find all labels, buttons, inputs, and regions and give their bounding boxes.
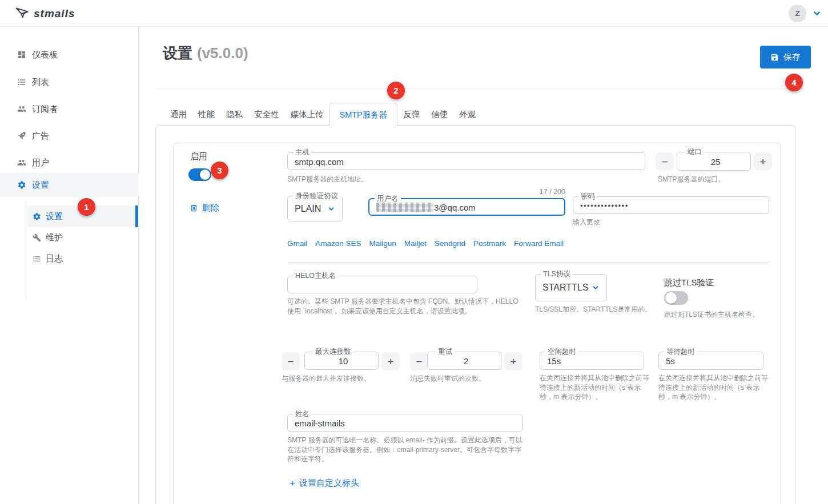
wait-timeout-label: 等待超时 (664, 348, 697, 356)
host-value: smtp.qq.com (295, 156, 641, 166)
avatar[interactable]: Z (789, 5, 806, 22)
wait-timeout-value: 5s (666, 356, 759, 366)
auth-protocol-select[interactable]: 身份验证协议 PLAIN (287, 196, 343, 221)
step-badge-2: 2 (387, 82, 405, 99)
subscribers-icon (17, 104, 26, 114)
save-icon (770, 53, 779, 62)
tls-label: TLS协议 (541, 270, 573, 279)
title-divider (155, 88, 805, 89)
users-icon (17, 158, 26, 167)
server-name-label: 姓名 (293, 410, 312, 418)
sidebar-item-label: 广告 (32, 131, 49, 142)
page-title: 设置(v5.0.0) (163, 43, 248, 63)
sidebar-item-lists[interactable]: 列表 (0, 75, 139, 89)
enable-toggle[interactable] (188, 168, 211, 181)
delete-label: 删除 (202, 203, 219, 213)
save-button-label: 保存 (783, 52, 801, 63)
wait-timeout-field[interactable]: 等待超时 5s (658, 352, 763, 370)
retries-decrement-button[interactable]: − (410, 352, 428, 370)
rocket-icon (17, 131, 26, 140)
retries-label: 重试 (436, 348, 455, 356)
link-amazon-ses[interactable]: Amazon SES (315, 239, 361, 248)
retries-increment-button[interactable]: + (504, 352, 522, 370)
step-badge-3: 3 (211, 162, 228, 179)
sidebar-item-campaigns[interactable]: 广告 (0, 129, 139, 143)
link-mailjet[interactable]: Mailjet (404, 239, 427, 248)
retries-field[interactable]: 重试 2 (427, 352, 501, 370)
idle-timeout-label: 空闲超时 (545, 348, 578, 356)
chevron-down-icon[interactable] (812, 9, 822, 21)
idle-timeout-field[interactable]: 空闲超时 15s (540, 352, 644, 370)
sidebar-subitem-logs[interactable]: 日志 (27, 248, 139, 269)
delete-button[interactable]: 删除 (190, 203, 219, 213)
auth-protocol-value: PLAIN (295, 204, 321, 214)
tab-security[interactable]: 安全性 (248, 103, 285, 126)
tab-smtp[interactable]: SMTP服务器 (329, 103, 398, 126)
enable-label: 启用 (190, 151, 207, 162)
app-logo[interactable]: stmails (15, 5, 75, 22)
top-bar: stmails Z (0, 0, 828, 27)
tab-performance[interactable]: 性能 (192, 103, 220, 126)
tab-privacy[interactable]: 隐私 (220, 103, 248, 126)
step-badge-4: 4 (785, 74, 803, 91)
active-indicator (135, 205, 138, 227)
list-icon (33, 255, 41, 263)
tls-protocol-select[interactable]: TLS协议 STARTTLS (535, 274, 607, 301)
username-char-counter: 17 / 200 (508, 188, 565, 196)
tab-media-upload[interactable]: 媒体上传 (285, 103, 329, 126)
dashboard-icon (17, 50, 26, 59)
list-icon (17, 78, 26, 87)
max-connections-increment-button[interactable]: + (381, 352, 400, 370)
username-field[interactable]: 用户名 3@qq.com (368, 198, 565, 216)
server-name-value: email-stmails (295, 418, 519, 428)
tab-general[interactable]: 通用 (164, 103, 192, 126)
password-value: •••••••••••••• (580, 201, 765, 209)
max-connections-decrement-button[interactable]: − (282, 352, 300, 370)
logo-text: stmails (34, 7, 75, 20)
max-connections-help: 与服务器的最大并发连接数。 (282, 374, 396, 384)
tab-messenger[interactable]: 信使 (425, 103, 453, 126)
censored-username (376, 202, 433, 212)
port-field[interactable]: 端口 25 (677, 152, 751, 171)
sidebar-item-settings[interactable]: 设置 (0, 173, 139, 197)
port-increment-button[interactable]: + (754, 152, 772, 171)
provider-links: Gmail Amazon SES Mailgun Mailjet Sendgri… (287, 239, 564, 248)
link-mailgun[interactable]: Mailgun (369, 239, 396, 248)
tls-help: TLS/SSL加密。STARTTLS是常用的。 (535, 305, 658, 315)
host-field[interactable]: 主机 smtp.qq.com (287, 152, 645, 170)
link-forward-email[interactable]: Forward Email (514, 239, 564, 248)
helo-hostname-field[interactable]: HELO主机名 (287, 276, 477, 293)
sidebar: 仪表板 列表 订阅者 广告 用户 设置 设置 维护 日志 (0, 27, 139, 504)
max-connections-value: 10 (312, 356, 375, 366)
port-help: SMTP服务器的端口。 (658, 175, 772, 184)
idle-timeout-value: 15s (547, 356, 640, 366)
port-decrement-button[interactable]: − (656, 152, 674, 171)
idle-timeout-help: 在关闭连接并将其从池中删除之前等待连接上的新活动的时间（s 表示秒，m 表示分钟… (540, 373, 649, 402)
link-sendgrid[interactable]: Sendgrid (435, 239, 465, 248)
sidebar-item-dashboard[interactable]: 仪表板 (0, 48, 139, 62)
plus-icon: + (290, 478, 295, 488)
tab-bounce[interactable]: 反弹 (397, 103, 425, 126)
toggle-knob (200, 170, 210, 180)
sidebar-subitem-label: 日志 (46, 253, 63, 264)
tab-appearance[interactable]: 外观 (453, 103, 481, 126)
link-postmark[interactable]: Postmark (473, 239, 506, 248)
password-field[interactable]: 密码 •••••••••••••• (573, 196, 769, 214)
sidebar-item-subscribers[interactable]: 订阅者 (0, 102, 139, 116)
tls-value: STARTTLS (542, 283, 588, 293)
sidebar-subitem-label: 设置 (46, 211, 63, 222)
set-custom-headers-link[interactable]: + 设置自定义标头 (290, 478, 359, 489)
skip-tls-toggle[interactable] (664, 291, 688, 305)
save-button[interactable]: 保存 (760, 46, 811, 68)
gear-icon (17, 180, 26, 189)
server-name-field[interactable]: 姓名 email-stmails (287, 414, 523, 432)
sidebar-subitem-maintenance[interactable]: 维护 (27, 227, 139, 248)
sidebar-item-users[interactable]: 用户 (0, 156, 139, 170)
password-label: 密码 (578, 192, 597, 201)
max-connections-field[interactable]: 最大连接数 10 (304, 352, 379, 370)
sidebar-item-label: 订阅者 (32, 104, 58, 115)
set-custom-headers-label: 设置自定义标头 (299, 478, 359, 489)
link-gmail[interactable]: Gmail (287, 239, 307, 248)
wrench-icon (33, 233, 41, 242)
sidebar-item-label: 设置 (32, 180, 49, 191)
